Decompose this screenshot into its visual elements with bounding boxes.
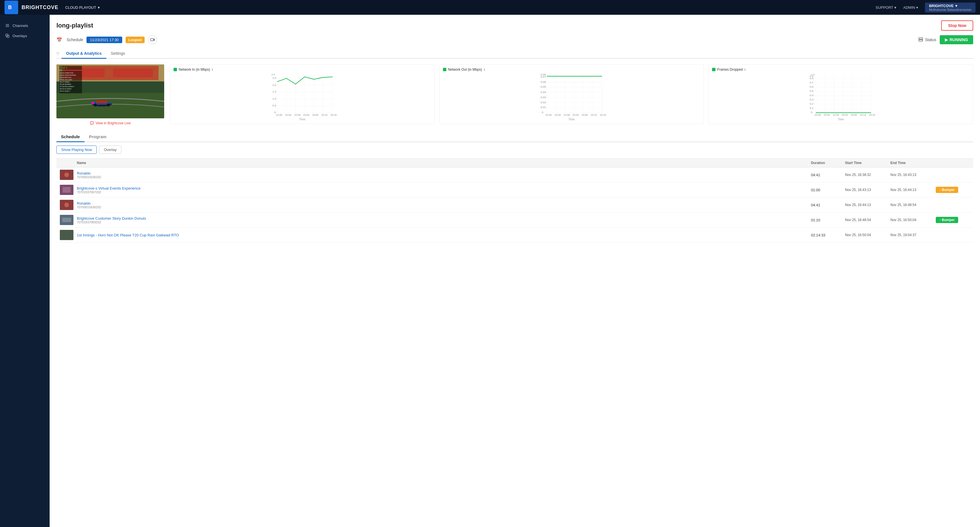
support-link[interactable]: SUPPORT ▾: [876, 5, 897, 10]
schedule-tab-schedule[interactable]: Schedule: [56, 132, 84, 142]
frames-dropped-legend: [712, 68, 716, 71]
frames-dropped-xlabel: Time: [712, 118, 969, 121]
network-in-svg: 0 0.5 1.0 1.5 2.0 2.5 3.0: [173, 74, 431, 117]
table-row: Brightcove Customer Story Dunkin Donuts …: [56, 212, 973, 228]
brightcove-logo-icon: B: [7, 3, 16, 12]
svg-text:23:14: 23:14: [860, 113, 866, 117]
status-label: Status: [918, 37, 936, 42]
network-out-info[interactable]: ℹ: [484, 68, 485, 72]
running-button[interactable]: ▶ RUNNING: [940, 35, 973, 44]
sidebar-item-channels[interactable]: Channels: [0, 21, 49, 30]
col-thumb: [60, 161, 77, 165]
svg-text:23:19: 23:19: [600, 113, 606, 117]
tab-collapse-arrow[interactable]: ▽: [56, 51, 59, 56]
row-thumb-4: [60, 230, 73, 240]
row-name-4: 1st Innings - Horn Not OK Please T20 Cup…: [77, 233, 811, 237]
analytics-row: LAP 1 01:34 HAMILTON 02:34 VERSTAPPEN 03…: [56, 64, 973, 125]
overlay-button[interactable]: Overlay: [99, 145, 121, 154]
svg-text:3.0: 3.0: [271, 74, 275, 76]
user-name: BRIGHTCOVE ▾: [929, 4, 957, 8]
network-out-chart: Network Out (in Mbps) ℹ 0 0.01 0.02 0.03…: [439, 64, 704, 124]
svg-text:0.3: 0.3: [810, 98, 813, 101]
col-name: Name: [77, 161, 811, 165]
network-out-xlabel: Time: [443, 118, 700, 121]
row-duration-1: 01:00: [811, 188, 845, 192]
row-start-3: Nov 25, 16:48:54: [845, 218, 890, 222]
camera-icon: [150, 37, 155, 42]
row-duration-4: 02:14:33: [811, 233, 845, 237]
row-thumb-3: [60, 215, 73, 225]
col-duration: Duration: [811, 161, 845, 165]
video-thumbnail: LAP 1 01:34 HAMILTON 02:34 VERSTAPPEN 03…: [56, 64, 164, 118]
svg-text:0.05: 0.05: [541, 85, 546, 88]
frames-dropped-chart: Frames Dropped ℹ 0 0.1 0.2 0.3 0.4 0.5 0…: [708, 64, 973, 124]
logo-box: B: [5, 0, 18, 14]
table-row: Brightcove-s Virtual Events Experience 7…: [56, 182, 973, 198]
svg-text:1.0: 1.0: [811, 74, 815, 75]
sidebar-item-overlays[interactable]: Overlays: [0, 30, 49, 41]
svg-text:0.5: 0.5: [810, 89, 813, 93]
svg-text:0.04: 0.04: [541, 91, 546, 94]
svg-text:22:49: 22:49: [545, 113, 552, 117]
svg-text:08:40 ALONSO: 08:40 ALONSO: [60, 88, 72, 90]
svg-text:1.5: 1.5: [272, 90, 276, 93]
main-tabs: ▽ Output & Analytics Settings: [56, 49, 973, 59]
svg-rect-7: [151, 38, 153, 41]
svg-text:09:41 GASLY: 09:41 GASLY: [60, 90, 70, 92]
cloud-playout-nav[interactable]: CLOUD PLAYOUT ▾: [65, 5, 100, 10]
svg-text:0.5: 0.5: [272, 104, 276, 107]
svg-text:23:19: 23:19: [869, 113, 875, 117]
svg-marker-8: [153, 39, 154, 41]
frames-dropped-info[interactable]: ℹ: [745, 68, 746, 72]
svg-text:04:36 LECLERC: 04:36 LECLERC: [60, 79, 73, 81]
row-name-1: Brightcove-s Virtual Events Experience 7…: [77, 186, 811, 194]
admin-link[interactable]: ADMIN ▾: [903, 5, 918, 10]
svg-text:0.2: 0.2: [810, 102, 813, 105]
svg-text:0.01: 0.01: [541, 105, 546, 109]
svg-text:23:09: 23:09: [851, 113, 857, 117]
svg-point-132: [64, 203, 69, 207]
tab-settings[interactable]: Settings: [107, 49, 130, 59]
camera-button[interactable]: [148, 35, 157, 44]
network-in-info[interactable]: ℹ: [212, 68, 213, 72]
stop-now-button[interactable]: Stop Now: [941, 21, 973, 30]
row-badge-1: ↓ Bumper: [936, 187, 970, 193]
svg-text:22:59: 22:59: [564, 113, 570, 117]
thumb-4-img: [60, 230, 73, 240]
main-content: long-playlist Stop Now 📅 Schedule 11/23/…: [49, 15, 980, 527]
svg-text:0: 0: [811, 111, 812, 114]
col-badge: [936, 161, 970, 165]
show-playing-now-button[interactable]: Show Playing Now: [56, 145, 97, 154]
svg-text:0.03: 0.03: [541, 96, 546, 99]
svg-text:23:14: 23:14: [321, 113, 328, 117]
table-row: 1st Innings - Horn Not OK Please T20 Cup…: [56, 228, 973, 243]
svg-text:2.0: 2.0: [272, 83, 276, 86]
schedule-tab-program[interactable]: Program: [84, 132, 111, 142]
svg-text:LAP 1: LAP 1: [60, 66, 67, 69]
topnav-right: SUPPORT ▾ ADMIN ▾ BRIGHTCOVE ▾ Muthukuma…: [876, 3, 975, 13]
svg-text:23:04: 23:04: [842, 113, 848, 117]
channels-icon: [5, 23, 10, 28]
svg-rect-134: [62, 218, 71, 222]
user-menu[interactable]: BRIGHTCOVE ▾ Muthukumar Balasubramanian: [925, 3, 975, 13]
svg-text:22:54: 22:54: [824, 113, 830, 117]
svg-text:0.6: 0.6: [810, 85, 813, 88]
svg-text:0: 0: [542, 111, 543, 114]
svg-rect-19: [96, 101, 107, 103]
row-name-3: Brightcove Customer Story Dunkin Donuts …: [77, 216, 811, 224]
svg-text:22:49: 22:49: [815, 113, 821, 117]
network-out-svg: 0 0.01 0.02 0.03 0.04 0.05 0.06 0.07 0.0…: [443, 74, 700, 117]
row-start-0: Nov 25, 16:38:32: [845, 173, 890, 177]
svg-text:23:09: 23:09: [312, 113, 318, 117]
row-end-4: Nov 25, 19:04:37: [890, 233, 936, 237]
svg-text:03:35 BOTTAS: 03:35 BOTTAS: [60, 77, 71, 78]
svg-text:22:59: 22:59: [833, 113, 839, 117]
tab-output-analytics[interactable]: Output & Analytics: [62, 49, 107, 59]
looped-badge: Looped: [126, 37, 145, 43]
row-thumb-1: [60, 185, 73, 195]
svg-text:22:49: 22:49: [276, 113, 282, 117]
view-brightcove-link[interactable]: View in Brightcove Live: [56, 121, 164, 125]
svg-text:2.5: 2.5: [272, 76, 276, 80]
svg-text:0.08: 0.08: [541, 74, 546, 76]
network-out-title: Network Out (in Mbps) ℹ: [443, 67, 700, 72]
